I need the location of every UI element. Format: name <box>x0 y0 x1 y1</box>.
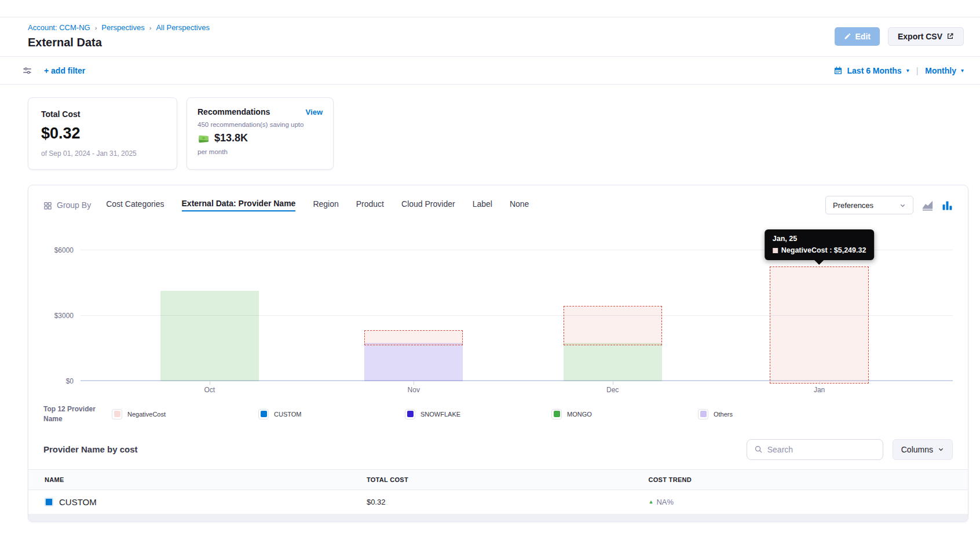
x-axis-label: Oct <box>204 386 215 394</box>
search-input[interactable] <box>767 445 876 454</box>
legend-item-label: MONGO <box>567 411 592 418</box>
columns-button[interactable]: Columns <box>893 439 953 460</box>
filter-tune-icon[interactable] <box>22 65 32 76</box>
group-by-label: Group By <box>57 200 91 210</box>
columns-label: Columns <box>901 445 933 454</box>
tooltip-arrow <box>815 260 824 265</box>
legend-swatch <box>258 409 269 419</box>
group-by-tab[interactable]: None <box>510 199 529 211</box>
legend-item[interactable]: NegativeCost <box>112 409 258 419</box>
money-icon <box>198 133 210 144</box>
legend-swatch <box>551 409 562 419</box>
table-column-header[interactable]: NAME <box>28 469 367 490</box>
table-row[interactable]: CUSTOM$0.32▲NA% <box>28 490 968 514</box>
negative-cost-overlay[interactable] <box>770 266 868 384</box>
preferences-label: Preferences <box>833 201 873 210</box>
breadcrumb-link[interactable]: All Perspectives <box>156 23 209 32</box>
view-recommendations-link[interactable]: View <box>306 108 323 116</box>
x-axis-labels: OctNovDecJan <box>81 381 953 396</box>
x-axis-label: Nov <box>408 386 420 394</box>
summary-cards: Total Cost $0.32 of Sep 01, 2024 - Jan 3… <box>0 85 980 170</box>
total-cost-period: of Sep 01, 2024 - Jan 31, 2025 <box>41 149 164 158</box>
legend-swatch-fill <box>261 411 267 417</box>
chart-bar-mongo[interactable] <box>160 291 259 381</box>
breadcrumb-link[interactable]: Account: CCM-NG <box>28 23 90 32</box>
cell-name: CUSTOM <box>28 490 367 514</box>
export-csv-button[interactable]: Export CSV <box>888 27 964 46</box>
top-divider <box>0 0 980 17</box>
chevron-down-icon[interactable]: ▾ <box>961 67 964 74</box>
legend-swatch <box>698 409 708 419</box>
table-header-row: NAMETOTAL COSTCOST TREND <box>28 469 968 490</box>
trend-value: NA% <box>656 498 674 506</box>
preferences-select[interactable]: Preferences <box>825 196 913 214</box>
cost-trend: ▲NA% <box>649 498 968 506</box>
total-cost-label: Total Cost <box>41 109 164 119</box>
cell-total-cost: $0.32 <box>367 490 649 514</box>
group-by-tabs: Cost CategoriesExternal Data: Provider N… <box>106 199 825 211</box>
trend-up-icon: ▲ <box>649 499 654 505</box>
group-by-tab[interactable]: External Data: Provider Name <box>182 199 296 211</box>
legend-item[interactable]: SNOWFLAKE <box>405 409 551 419</box>
search-box <box>747 439 883 460</box>
pencil-icon <box>844 32 851 40</box>
group-by-row: Group By Cost CategoriesExternal Data: P… <box>28 195 968 216</box>
y-axis-label: $3000 <box>54 312 81 320</box>
legend-items: NegativeCostCUSTOMSNOWFLAKEMONGOOthers <box>112 409 953 419</box>
legend-swatch-fill <box>407 411 414 417</box>
chart-plot-area: Jan, 25 NegativeCost : $5,249.32 $6000$3… <box>81 231 953 381</box>
time-range-select[interactable]: Last 6 Months <box>847 66 902 75</box>
chevron-down-icon[interactable]: ▾ <box>906 67 909 74</box>
table-scroll-strip[interactable] <box>28 514 968 521</box>
provider-cost-table: NAMETOTAL COSTCOST TREND CUSTOM$0.32▲NA% <box>28 469 968 514</box>
group-by-icon <box>43 201 52 210</box>
legend-swatch <box>112 409 122 419</box>
tooltip-series-swatch <box>773 248 778 253</box>
group-by-tab[interactable]: Product <box>356 199 384 211</box>
bar-chart-icon[interactable] <box>942 200 953 211</box>
table-title: Provider Name by cost <box>43 444 138 454</box>
group-by-tab[interactable]: Cloud Provider <box>401 199 455 211</box>
tooltip-title: Jan, 25 <box>773 235 866 243</box>
perspective-main-card: Group By Cost CategoriesExternal Data: P… <box>28 185 968 522</box>
chart-bar-snowflake[interactable] <box>364 343 463 381</box>
add-filter-button[interactable]: + add filter <box>44 66 85 75</box>
y-axis-label: $0 <box>66 377 81 385</box>
external-link-icon <box>946 32 954 40</box>
chart-tooltip: Jan, 25 NegativeCost : $5,249.32 <box>765 229 875 260</box>
page-header: Account: CCM-NG›Perspectives›All Perspec… <box>0 17 980 57</box>
table-column-header[interactable]: TOTAL COST <box>367 469 649 490</box>
legend-item-label: SNOWFLAKE <box>420 411 460 418</box>
legend-swatch-fill <box>114 411 120 417</box>
page-title: External Data <box>28 36 210 49</box>
legend-title: Top 12 Provider Name <box>43 404 112 424</box>
granularity-select[interactable]: Monthly <box>925 66 956 75</box>
provider-name: CUSTOM <box>45 497 367 507</box>
table-body: CUSTOM$0.32▲NA% <box>28 490 968 514</box>
cell-cost-trend: ▲NA% <box>649 490 968 514</box>
area-chart-icon[interactable] <box>922 200 934 211</box>
legend-item[interactable]: MONGO <box>551 409 698 419</box>
filter-bar: + add filter Last 6 Months ▾ | Monthly ▾ <box>0 57 980 85</box>
recommendations-subtitle: 450 recommendation(s) saving upto <box>198 121 323 128</box>
edit-button[interactable]: Edit <box>835 27 880 46</box>
breadcrumb-link[interactable]: Perspectives <box>101 23 144 32</box>
legend-item-label: NegativeCost <box>127 411 166 418</box>
chart-legend: Top 12 Provider Name NegativeCostCUSTOMS… <box>28 396 968 430</box>
group-by-tab[interactable]: Cost Categories <box>106 199 164 211</box>
breadcrumb: Account: CCM-NG›Perspectives›All Perspec… <box>28 23 210 32</box>
legend-swatch-fill <box>554 411 560 417</box>
group-by-tab[interactable]: Region <box>313 199 338 211</box>
negative-cost-overlay[interactable] <box>564 306 662 345</box>
group-by-tab[interactable]: Label <box>473 199 492 211</box>
savings-value: $13.8K <box>214 132 248 144</box>
legend-item[interactable]: CUSTOM <box>258 409 405 419</box>
edit-button-label: Edit <box>855 32 871 41</box>
table-column-header[interactable]: COST TREND <box>649 469 968 490</box>
legend-item[interactable]: Others <box>698 409 844 419</box>
x-axis-label: Jan <box>814 386 825 394</box>
provider-swatch-icon <box>45 498 53 506</box>
chart-bar-mongo[interactable] <box>564 343 662 381</box>
negative-cost-overlay[interactable] <box>364 330 463 346</box>
export-csv-label: Export CSV <box>898 32 942 41</box>
